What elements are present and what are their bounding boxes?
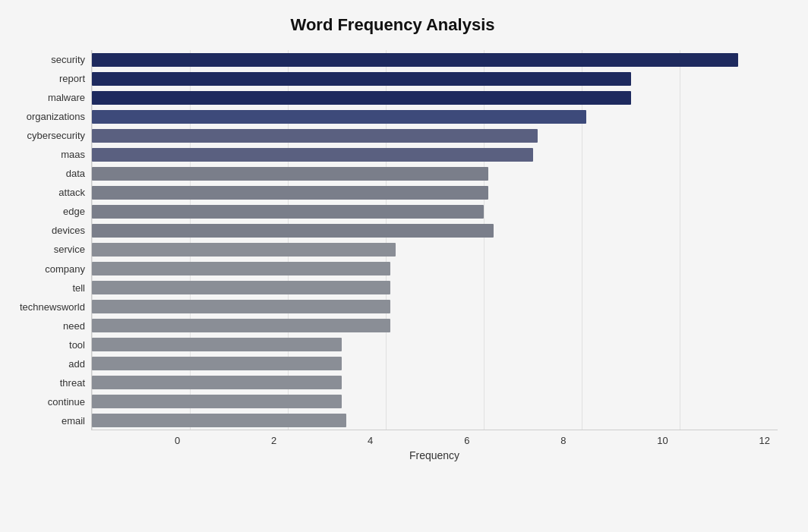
plot-area — [91, 50, 778, 430]
bar — [92, 395, 342, 408]
bar-row — [92, 90, 778, 106]
bar — [92, 319, 390, 332]
bar-row — [92, 52, 778, 68]
x-axis-section: 024681012 Frequency — [8, 430, 778, 461]
x-tick: 10 — [657, 435, 668, 446]
bar — [92, 167, 488, 181]
y-label: attack — [58, 187, 85, 197]
bar — [92, 72, 631, 86]
bar-row — [92, 260, 778, 277]
bar — [92, 243, 396, 257]
bar — [92, 262, 390, 275]
x-tick: 6 — [464, 435, 469, 446]
y-label: organizations — [27, 112, 85, 121]
y-label: security — [51, 55, 85, 65]
bar — [92, 110, 586, 124]
grid-line — [386, 50, 387, 430]
y-label: company — [45, 264, 85, 274]
y-label: edge — [63, 206, 85, 216]
bar-row — [92, 317, 778, 334]
y-label: cybersecurity — [27, 131, 85, 140]
x-tick: 4 — [368, 435, 373, 446]
bar-row — [92, 222, 778, 239]
bar — [92, 91, 631, 105]
x-axis-label: Frequency — [91, 449, 778, 461]
x-tick: 0 — [175, 435, 180, 446]
bar-row — [92, 127, 778, 144]
bar-row — [92, 374, 778, 391]
bar-row — [92, 165, 778, 182]
y-label: email — [62, 416, 85, 426]
y-label: report — [59, 74, 85, 83]
bar-row — [92, 146, 778, 163]
chart-container: Word Frequency Analysis securityreportma… — [0, 0, 808, 532]
bar — [92, 414, 346, 427]
bar-row — [92, 109, 778, 125]
x-tick: 8 — [560, 435, 566, 446]
bar-row — [92, 298, 778, 315]
y-label: service — [54, 244, 85, 254]
y-labels: securityreportmalwareorganizationscybers… — [8, 50, 91, 430]
bar-row — [92, 412, 778, 429]
grid-line — [92, 50, 93, 430]
y-label: need — [63, 321, 85, 331]
bar — [92, 129, 538, 143]
x-tick: 12 — [759, 435, 770, 446]
grid-line — [484, 50, 484, 430]
y-label: continue — [48, 397, 85, 407]
bar — [92, 224, 494, 238]
bar — [92, 205, 484, 219]
bar-row — [92, 241, 778, 258]
y-label: tool — [69, 340, 85, 350]
y-label: add — [68, 359, 85, 369]
bar-row — [92, 203, 778, 220]
bar — [92, 338, 342, 351]
bar — [92, 376, 342, 389]
bar — [92, 53, 738, 67]
grid-line — [190, 50, 191, 430]
grid-line — [288, 50, 289, 430]
bar-row — [92, 393, 778, 410]
bar — [92, 148, 533, 162]
bar — [92, 357, 342, 370]
bar — [92, 300, 390, 313]
y-label: malware — [48, 93, 85, 102]
bar-row — [92, 184, 778, 201]
chart-area: securityreportmalwareorganizationscybers… — [8, 50, 778, 430]
grid-line — [582, 50, 582, 430]
y-label: technewsworld — [20, 302, 85, 312]
x-axis: 024681012 — [91, 435, 778, 446]
y-label: data — [66, 168, 85, 178]
bar-row — [92, 355, 778, 372]
y-label: maas — [61, 150, 85, 159]
bar-row — [92, 279, 778, 296]
grid-line — [680, 50, 680, 430]
bar-row — [92, 336, 778, 353]
bar — [92, 186, 488, 200]
bar-row — [92, 71, 778, 87]
bar — [92, 281, 390, 294]
y-label: tell — [72, 283, 85, 293]
y-label: devices — [52, 225, 85, 235]
x-tick: 2 — [271, 435, 276, 446]
chart-title: Word Frequency Analysis — [8, 15, 778, 35]
y-label: threat — [60, 378, 85, 388]
